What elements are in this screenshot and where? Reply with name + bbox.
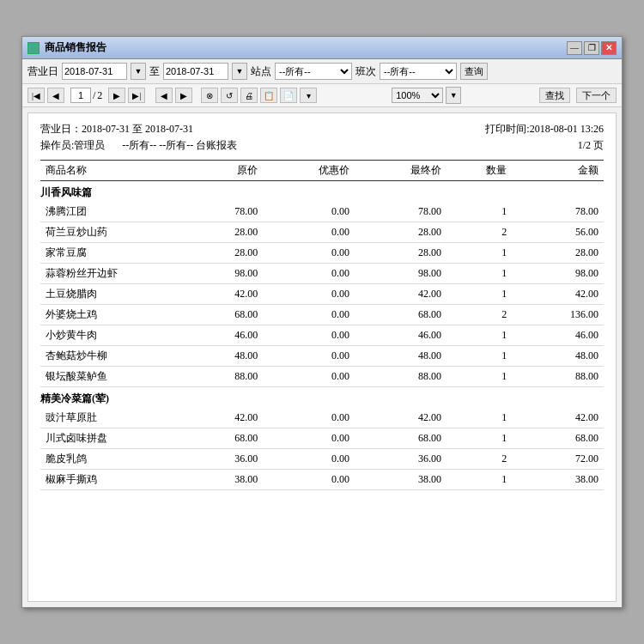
item-name: 杏鲍菇炒牛柳	[40, 346, 172, 367]
table-row: 沸腾江团 78.00 0.00 78.00 1 78.00	[40, 202, 604, 222]
item-final: 42.00	[355, 408, 447, 428]
report-header: 营业日：2018-07-31 至 2018-07-31 打印时间:2018-08…	[40, 122, 604, 137]
table-row: 蒜蓉粉丝开边虾 98.00 0.00 98.00 1 98.00	[40, 264, 604, 284]
next-find-button[interactable]: 下一个	[576, 88, 617, 103]
item-final: 98.00	[355, 264, 447, 284]
item-qty: 2	[447, 222, 512, 243]
item-original: 78.00	[172, 202, 264, 222]
table-row: 外婆烧土鸡 68.00 0.00 68.00 2 136.00	[40, 305, 604, 325]
item-amount: 68.00	[512, 428, 604, 449]
item-name: 脆皮乳鸽	[40, 449, 172, 470]
item-discount: 0.00	[263, 202, 355, 222]
item-amount: 48.00	[512, 346, 604, 367]
item-amount: 46.00	[512, 325, 604, 346]
query-button[interactable]: 查询	[460, 63, 488, 80]
item-name: 荷兰豆炒山药	[40, 222, 172, 243]
table-row: 川式卤味拼盘 68.00 0.00 68.00 1 68.00	[40, 428, 604, 449]
report-sub-left: 操作员:管理员 --所有-- --所有-- 台账报表	[40, 138, 237, 153]
export-button[interactable]: 📋	[260, 88, 277, 103]
close-button[interactable]: ✕	[601, 41, 617, 55]
date-to-input[interactable]	[163, 63, 228, 80]
item-discount: 0.00	[263, 428, 355, 449]
item-name: 小炒黄牛肉	[40, 325, 172, 346]
item-amount: 136.00	[512, 305, 604, 325]
item-original: 28.00	[172, 222, 264, 243]
table-row: 椒麻手撕鸡 38.00 0.00 38.00 1 38.00	[40, 470, 604, 490]
main-window: 商品销售报告 — ❐ ✕ 营业日 ▼ 至 ▼ 站点 --所有-- 班次 --所有…	[21, 36, 623, 608]
item-discount: 0.00	[263, 284, 355, 305]
report-area[interactable]: 营业日：2018-07-31 至 2018-07-31 打印时间:2018-08…	[27, 112, 617, 602]
item-qty: 1	[447, 408, 512, 428]
app-icon	[27, 42, 39, 54]
item-original: 42.00	[172, 284, 264, 305]
item-qty: 1	[447, 346, 512, 367]
next-page-button[interactable]: ▶	[108, 88, 125, 103]
shift-label: 班次	[355, 64, 376, 79]
date-label: 营业日	[27, 64, 58, 79]
item-original: 42.00	[172, 408, 264, 428]
operator-label: 操作员:管理员	[40, 138, 105, 153]
report-sub-header: 操作员:管理员 --所有-- --所有-- 台账报表 1/2 页	[40, 138, 604, 153]
item-discount: 0.00	[263, 470, 355, 490]
item-original: 28.00	[172, 243, 264, 264]
table-row: 小炒黄牛肉 46.00 0.00 46.00 1 46.00	[40, 325, 604, 346]
station-select[interactable]: --所有--	[275, 63, 352, 80]
item-final: 46.00	[355, 325, 447, 346]
item-name: 外婆烧土鸡	[40, 305, 172, 325]
shift-select[interactable]: --所有--	[380, 63, 457, 80]
table-header-row: 商品名称 原价 优惠价 最终价 数量 金额	[40, 161, 604, 181]
last-page-button[interactable]: ▶|	[128, 88, 145, 103]
zoom-dropdown[interactable]: ▼	[446, 87, 461, 104]
print-button[interactable]: 🖨	[240, 88, 258, 103]
page-indicator: / 2	[70, 88, 102, 103]
forward-button[interactable]: ▶	[175, 88, 192, 103]
col-header-original: 原价	[172, 161, 264, 181]
stop-button[interactable]: ⊗	[201, 88, 218, 103]
item-amount: 28.00	[512, 243, 604, 264]
nav-bar: |◀ ◀ / 2 ▶ ▶| ◀ ▶ ⊗ ↺ 🖨 📋 📄 ▾ 100% ▼ 查找 …	[22, 84, 622, 107]
prev-page-button[interactable]: ◀	[47, 88, 64, 103]
date-to-picker[interactable]: ▼	[232, 63, 247, 80]
table-row: 土豆烧腊肉 42.00 0.00 42.00 1 42.00	[40, 284, 604, 305]
station-label: 站点	[251, 64, 271, 79]
category-row: 精美冷菜篇(荤)	[40, 387, 604, 409]
date-range-label: 营业日：2018-07-31 至 2018-07-31	[40, 122, 193, 137]
refresh-button[interactable]: ↺	[221, 88, 238, 103]
back-button[interactable]: ◀	[155, 88, 173, 103]
minimize-button[interactable]: —	[567, 41, 582, 55]
page-number-input[interactable]	[70, 88, 91, 103]
restore-button[interactable]: ❐	[584, 41, 599, 55]
item-name: 银坛酸菜鲈鱼	[40, 367, 172, 387]
first-page-button[interactable]: |◀	[27, 88, 45, 103]
option-button[interactable]: ▾	[300, 88, 317, 103]
item-discount: 0.00	[263, 264, 355, 284]
item-final: 42.00	[355, 284, 447, 305]
table-row: 杏鲍菇炒牛柳 48.00 0.00 48.00 1 48.00	[40, 346, 604, 367]
item-amount: 78.00	[512, 202, 604, 222]
date-from-input[interactable]	[62, 63, 127, 80]
layout-button[interactable]: 📄	[280, 88, 297, 103]
item-original: 38.00	[172, 470, 264, 490]
item-qty: 1	[447, 470, 512, 490]
table-row: 脆皮乳鸽 36.00 0.00 36.00 2 72.00	[40, 449, 604, 470]
item-original: 88.00	[172, 367, 264, 387]
item-amount: 72.00	[512, 449, 604, 470]
page-total: 2	[97, 89, 102, 102]
category-name: 精美冷菜篇(荤)	[40, 387, 604, 409]
item-original: 98.00	[172, 264, 264, 284]
item-discount: 0.00	[263, 408, 355, 428]
date-from-picker[interactable]: ▼	[131, 63, 146, 80]
find-button[interactable]: 查找	[539, 88, 570, 103]
item-discount: 0.00	[263, 222, 355, 243]
category-row: 川香风味篇	[40, 181, 604, 203]
item-name: 蒜蓉粉丝开边虾	[40, 264, 172, 284]
item-amount: 38.00	[512, 470, 604, 490]
item-discount: 0.00	[263, 449, 355, 470]
table-row: 荷兰豆炒山药 28.00 0.00 28.00 2 56.00	[40, 222, 604, 243]
item-final: 88.00	[355, 367, 447, 387]
filter-label: --所有-- --所有-- 台账报表	[122, 138, 237, 153]
item-original: 68.00	[172, 305, 264, 325]
table-row: 银坛酸菜鲈鱼 88.00 0.00 88.00 1 88.00	[40, 367, 604, 387]
zoom-select[interactable]: 100%	[392, 88, 443, 103]
item-amount: 42.00	[512, 408, 604, 428]
